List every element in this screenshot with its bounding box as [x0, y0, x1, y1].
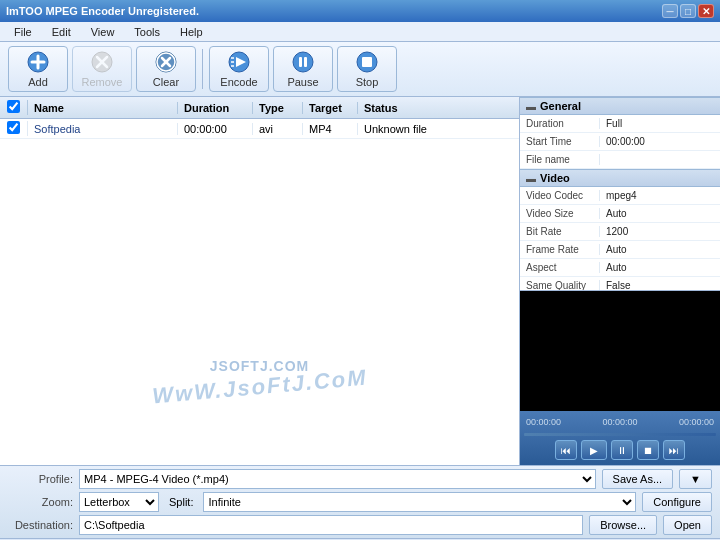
encode-label: Encode	[220, 76, 257, 88]
prop-videosize: Video Size Auto	[520, 205, 720, 223]
prop-aspect: Aspect Auto	[520, 259, 720, 277]
menu-file[interactable]: File	[4, 24, 42, 40]
prop-starttime-key: Start Time	[520, 136, 600, 147]
save-as-button[interactable]: Save As...	[602, 469, 674, 489]
prop-filename: File name	[520, 151, 720, 169]
row-status: Unknown file	[358, 123, 519, 135]
menu-view[interactable]: View	[81, 24, 125, 40]
tc-pause[interactable]: ⏸	[611, 440, 633, 460]
prop-videocodec-val: mpeg4	[600, 190, 720, 201]
properties-panel: ▬ General Duration Full Start Time 00:00…	[520, 97, 720, 291]
header-check	[0, 100, 28, 115]
video-section-header: ▬ Video	[520, 169, 720, 187]
file-table-header: Name Duration Type Target Status	[0, 97, 519, 119]
timeline-time2: 00:00:00	[591, 417, 648, 427]
clear-button[interactable]: Clear	[136, 46, 196, 92]
menu-help[interactable]: Help	[170, 24, 213, 40]
remove-label: Remove	[82, 76, 123, 88]
tc-skip-back[interactable]: ⏮	[555, 440, 577, 460]
destination-input[interactable]	[79, 515, 583, 535]
watermark-area: JSOFTJ.COM WwW.JsoFtJ.CoM	[0, 292, 519, 465]
menu-bar: File Edit View Tools Help	[0, 22, 720, 42]
row-checkbox-cell[interactable]	[0, 121, 28, 136]
file-list: Softpedia 00:00:00 avi MP4 Unknown file	[0, 119, 519, 292]
timeline-track: 00:00:00 00:00:00 00:00:00	[520, 411, 720, 433]
row-target: MP4	[303, 123, 358, 135]
timeline-controls: ⏮ ▶ ⏸ ⏹ ⏭	[520, 436, 720, 465]
menu-edit[interactable]: Edit	[42, 24, 81, 40]
video-label: Video	[540, 172, 570, 184]
maximize-button[interactable]: □	[680, 4, 696, 18]
minimize-button[interactable]: ─	[662, 4, 678, 18]
profile-select[interactable]: MP4 - MPEG-4 Video (*.mp4)	[79, 469, 596, 489]
add-label: Add	[28, 76, 48, 88]
header-target: Target	[303, 102, 358, 114]
profile-row: Profile: MP4 - MPEG-4 Video (*.mp4) Save…	[8, 469, 712, 489]
row-type: avi	[253, 123, 303, 135]
prop-aspect-val: Auto	[600, 262, 720, 273]
prop-framerate-key: Frame Rate	[520, 244, 600, 255]
remove-button[interactable]: Remove	[72, 46, 132, 92]
header-name: Name	[28, 102, 178, 114]
header-status: Status	[358, 102, 519, 114]
tc-play[interactable]: ▶	[581, 440, 607, 460]
svg-rect-17	[304, 57, 307, 67]
row-checkbox[interactable]	[7, 121, 20, 134]
prop-videocodec-key: Video Codec	[520, 190, 600, 201]
prop-samequality-key: Same Quality	[520, 280, 600, 291]
svg-point-15	[293, 52, 313, 72]
prop-videosize-val: Auto	[600, 208, 720, 219]
timeline-area: 00:00:00 00:00:00 00:00:00 ⏮ ▶ ⏸ ⏹ ⏭	[520, 411, 720, 465]
prop-framerate: Frame Rate Auto	[520, 241, 720, 259]
pause-button[interactable]: Pause	[273, 46, 333, 92]
timeline-time3: 00:00:00	[657, 417, 714, 427]
browse-button[interactable]: Browse...	[589, 515, 657, 535]
toolbar: Add Remove Clear	[0, 42, 720, 97]
general-collapse-icon[interactable]: ▬	[526, 101, 536, 112]
prop-duration-key: Duration	[520, 118, 600, 129]
prop-samequality: Same Quality False	[520, 277, 720, 291]
video-preview	[520, 291, 720, 411]
open-button[interactable]: Open	[663, 515, 712, 535]
prop-videosize-key: Video Size	[520, 208, 600, 219]
prop-starttime-val: 00:00:00	[600, 136, 720, 147]
clear-icon	[154, 50, 178, 74]
general-label: General	[540, 100, 581, 112]
prop-bitrate: Bit Rate 1200	[520, 223, 720, 241]
title-bar: ImTOO MPEG Encoder Unregistered. ─ □ ✕	[0, 0, 720, 22]
header-duration: Duration	[178, 102, 253, 114]
prop-filename-key: File name	[520, 154, 600, 165]
prop-bitrate-val: 1200	[600, 226, 720, 237]
pause-label: Pause	[287, 76, 318, 88]
video-collapse-icon[interactable]: ▬	[526, 173, 536, 184]
stop-label: Stop	[356, 76, 379, 88]
encode-button[interactable]: Encode	[209, 46, 269, 92]
zoom-split-row: Zoom: Letterbox Split: Infinite Configur…	[8, 492, 712, 512]
configure-button[interactable]: Configure	[642, 492, 712, 512]
add-button[interactable]: Add	[8, 46, 68, 92]
timeline-time1: 00:00:00	[526, 417, 583, 427]
app-title: ImTOO MPEG Encoder Unregistered.	[6, 5, 662, 17]
bottom-bar: Profile: MP4 - MPEG-4 Video (*.mp4) Save…	[0, 465, 720, 538]
table-row[interactable]: Softpedia 00:00:00 avi MP4 Unknown file	[0, 119, 519, 139]
prop-duration: Duration Full	[520, 115, 720, 133]
stop-button[interactable]: Stop	[337, 46, 397, 92]
split-select[interactable]: Infinite	[203, 492, 636, 512]
title-controls: ─ □ ✕	[662, 4, 714, 18]
menu-tools[interactable]: Tools	[124, 24, 170, 40]
zoom-label: Zoom:	[8, 496, 73, 508]
svg-rect-19	[362, 57, 372, 67]
encode-icon	[227, 50, 251, 74]
clear-label: Clear	[153, 76, 179, 88]
row-name: Softpedia	[28, 123, 178, 135]
prop-samequality-val: False	[600, 280, 720, 291]
tc-skip-forward[interactable]: ⏭	[663, 440, 685, 460]
save-as-arrow-button[interactable]: ▼	[679, 469, 712, 489]
close-button[interactable]: ✕	[698, 4, 714, 18]
prop-videocodec: Video Codec mpeg4	[520, 187, 720, 205]
stop-icon	[355, 50, 379, 74]
tc-stop[interactable]: ⏹	[637, 440, 659, 460]
zoom-select[interactable]: Letterbox	[79, 492, 159, 512]
prop-aspect-key: Aspect	[520, 262, 600, 273]
select-all-checkbox[interactable]	[7, 100, 20, 113]
